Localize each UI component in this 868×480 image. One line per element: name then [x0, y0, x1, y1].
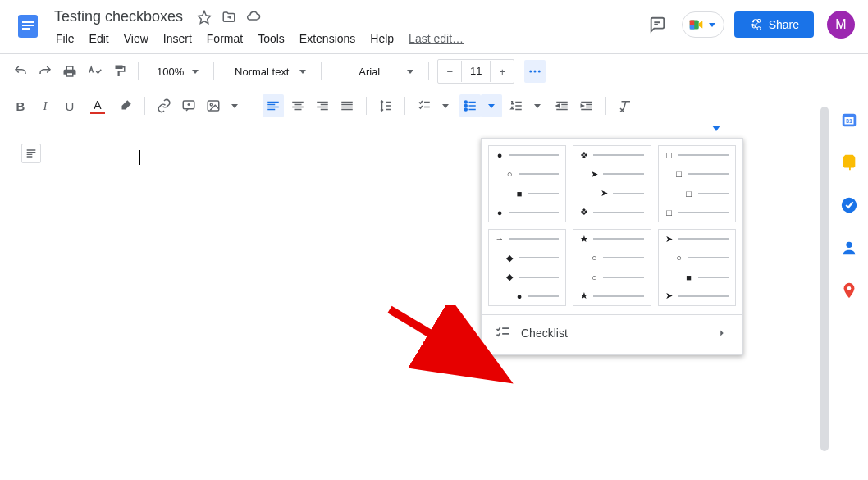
text-color-button[interactable]: A [84, 94, 112, 117]
account-avatar[interactable]: M [827, 11, 855, 39]
svg-rect-3 [22, 28, 30, 30]
align-center-button[interactable] [287, 94, 308, 117]
paragraph-style-value: Normal text [229, 60, 295, 83]
numbered-list-dropdown[interactable] [527, 94, 548, 117]
bullet-option-square[interactable]: □ □ □ □ [658, 145, 736, 222]
svg-point-10 [538, 71, 541, 73]
svg-point-14 [464, 101, 467, 103]
meet-button[interactable] [682, 11, 724, 38]
calendar-side-icon[interactable]: 31 [838, 108, 861, 131]
chevron-right-icon [716, 327, 728, 339]
menu-extensions[interactable]: Extensions [293, 29, 362, 48]
last-edit-link[interactable]: Last edit… [402, 29, 470, 48]
menu-tools[interactable]: Tools [251, 29, 291, 48]
svg-rect-1 [22, 21, 34, 23]
redo-button[interactable] [34, 60, 56, 83]
clear-formatting-button[interactable] [614, 94, 636, 117]
font-value: Arial [336, 60, 402, 83]
font-size-group: − 11 + [437, 59, 514, 84]
svg-rect-2 [22, 25, 34, 26]
bulleted-list-dropdown[interactable] [481, 94, 502, 117]
zoom-dropdown[interactable]: 100% [147, 60, 205, 83]
underline-button[interactable]: U [59, 94, 80, 117]
svg-rect-5 [689, 21, 694, 25]
star-icon[interactable] [196, 9, 212, 25]
numbered-list-button[interactable] [505, 94, 527, 117]
menu-file[interactable]: File [49, 29, 81, 48]
docs-app-icon[interactable] [13, 7, 43, 46]
menu-view[interactable]: View [117, 29, 155, 48]
checklist-button[interactable] [413, 94, 435, 117]
ruler-indent-marker[interactable] [712, 126, 720, 131]
undo-button[interactable] [10, 60, 31, 83]
bullet-option-arrow[interactable]: → ◆ ◆ ● [488, 229, 566, 306]
paragraph-style-dropdown[interactable]: Normal text [222, 60, 313, 83]
insert-image-button[interactable] [203, 94, 224, 117]
menu-edit[interactable]: Edit [83, 29, 116, 48]
bullet-option-star[interactable]: ★ ○ ○ ★ [573, 229, 651, 306]
document-title[interactable]: Testing checkboxes [49, 7, 188, 27]
bullet-option-diamond[interactable]: ❖ ➤ ➤ ❖ [573, 145, 651, 222]
svg-rect-12 [208, 101, 219, 111]
print-button[interactable] [59, 60, 80, 83]
side-panel: 31 [830, 98, 868, 302]
move-folder-icon[interactable] [221, 9, 237, 25]
paint-format-button[interactable] [108, 60, 130, 83]
share-button-label: Share [769, 18, 799, 31]
svg-point-22 [846, 242, 852, 248]
line-spacing-button[interactable] [375, 94, 396, 117]
checklist-label: Checklist [521, 327, 568, 340]
svg-point-8 [530, 71, 532, 73]
tasks-side-icon[interactable] [838, 194, 861, 217]
svg-line-17 [390, 309, 492, 371]
keep-side-icon[interactable] [838, 151, 861, 174]
align-right-button[interactable] [312, 94, 333, 117]
insert-comment-button[interactable] [178, 94, 199, 117]
checklist-icon [495, 325, 511, 341]
svg-point-15 [464, 105, 467, 107]
checklist-dropdown[interactable] [435, 94, 456, 117]
checklist-menu-item[interactable]: Checklist [488, 315, 736, 348]
highlight-button[interactable] [115, 94, 136, 117]
svg-point-16 [464, 108, 467, 111]
bulleted-list-panel: ● ○ ■ ● ❖ ➤ ➤ ❖ □ □ □ □ → ◆ ◆ ● ★ ○ ○ ★ [481, 138, 743, 355]
zoom-value: 100% [153, 60, 187, 83]
vertical-scrollbar[interactable] [819, 107, 830, 472]
svg-point-23 [847, 286, 852, 290]
contacts-side-icon[interactable] [838, 236, 861, 259]
maps-side-icon[interactable] [838, 279, 861, 302]
align-left-button[interactable] [263, 94, 284, 117]
svg-rect-6 [689, 25, 694, 30]
align-justify-button[interactable] [336, 94, 358, 117]
font-size-value[interactable]: 11 [461, 61, 491, 82]
svg-point-13 [210, 103, 212, 106]
font-dropdown[interactable]: Arial [330, 60, 420, 83]
menu-help[interactable]: Help [363, 29, 400, 48]
text-cursor [139, 150, 140, 165]
menu-format[interactable]: Format [200, 29, 249, 48]
spellcheck-button[interactable] [84, 60, 105, 83]
bulleted-list-button[interactable] [459, 94, 481, 117]
svg-text:31: 31 [846, 117, 852, 125]
svg-rect-7 [751, 24, 753, 27]
insert-link-button[interactable] [153, 94, 175, 117]
cloud-status-icon[interactable] [245, 9, 262, 25]
increase-indent-button[interactable] [576, 94, 597, 117]
bold-button[interactable]: B [10, 94, 31, 117]
bullet-option-disc[interactable]: ● ○ ■ ● [488, 145, 566, 222]
menu-insert[interactable]: Insert [157, 29, 199, 48]
font-size-increase[interactable]: + [491, 60, 514, 83]
comments-history-icon[interactable] [642, 10, 672, 39]
decrease-indent-button[interactable] [551, 94, 573, 117]
svg-point-9 [534, 71, 537, 73]
scrollbar-thumb[interactable] [820, 107, 829, 451]
bullet-option-arrowhead[interactable]: ➤ ○ ■ ➤ [658, 229, 736, 306]
italic-button[interactable]: I [34, 94, 56, 117]
share-button[interactable]: Share [734, 11, 814, 38]
font-size-decrease[interactable]: − [438, 60, 461, 83]
more-toolbar-button[interactable] [524, 60, 546, 83]
insert-image-dropdown[interactable] [224, 94, 245, 117]
